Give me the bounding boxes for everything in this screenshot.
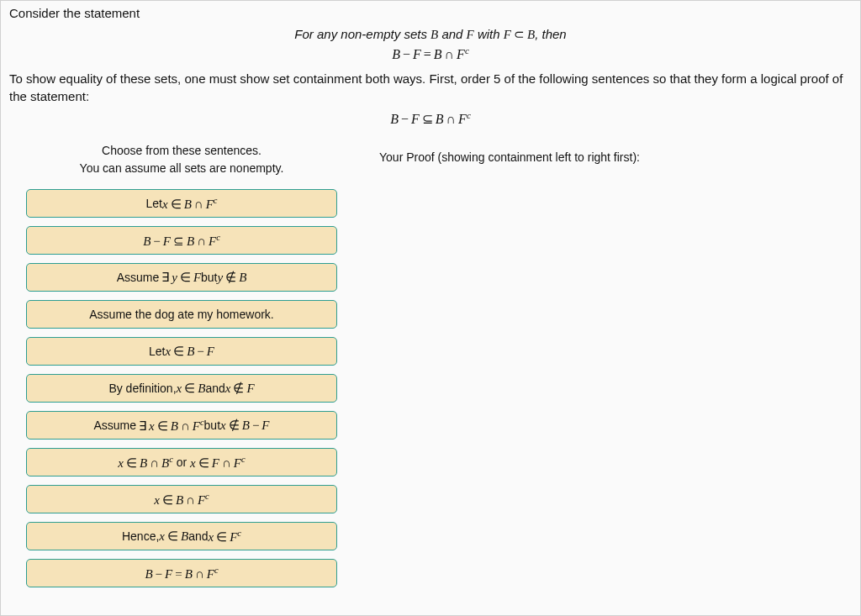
statement-mid2: with: [474, 27, 504, 41]
sentence-tile-hence-xinB-xinFc[interactable]: Hence, x∈B and x∈Fc: [26, 522, 337, 550]
two-column-area: Choose from these sentences. You can ass…: [9, 142, 852, 596]
sentence-tile-bydef-xinB-xnotinF[interactable]: By definition, x∈B and x∉F: [26, 374, 337, 403]
instructions: To show equality of these sets, one must…: [9, 71, 852, 105]
sentence-tile-let-x-in-BminusF[interactable]: Let x∈B−F: [26, 337, 337, 366]
sentence-tile-x-in-BcapBc-or-FcapFc[interactable]: x∈B∩Bc or x∈F∩Fc: [26, 448, 337, 476]
statement-mid1: and: [438, 27, 466, 41]
sym-F: F: [467, 28, 474, 41]
proof-drop-area[interactable]: [379, 176, 843, 529]
target-containment: B−F⊆B∩Fc: [9, 110, 852, 127]
sym-B: B: [430, 28, 438, 41]
sentence-tile-x-in-BcapFc[interactable]: x∈B∩Fc: [26, 485, 337, 513]
exercise-panel: Consider the statement For any non-empty…: [0, 0, 861, 616]
statement-line: For any non-empty sets B and F with F⊂B,…: [9, 27, 852, 42]
intro-text: Consider the statement: [9, 6, 852, 20]
sentence-tile-BminusF-eq-BcapFc[interactable]: B−F=B∩Fc: [26, 559, 337, 587]
statement-prefix: For any non-empty sets: [294, 27, 430, 41]
source-column: Choose from these sentences. You can ass…: [9, 142, 346, 596]
sentence-tile-assume-y-in-F-notin-B[interactable]: Assume ∃y∈F but y∉B: [26, 263, 337, 292]
sentence-tile-BminusF-subset-BcapFc[interactable]: B−F⊆B∩Fc: [26, 226, 337, 255]
statement-suffix: , then: [535, 27, 567, 41]
source-heading: Choose from these sentences. You can ass…: [26, 142, 337, 177]
sentence-tile-dog-homework[interactable]: Assume the dog ate my homework.: [26, 300, 337, 329]
main-equation: B−F=B∩Fc: [9, 45, 852, 62]
sentence-tile-let-x-in-B-cap-Fc[interactable]: Let x∈B∩Fc: [26, 189, 337, 218]
proof-heading: Your Proof (showing containment left to …: [379, 150, 843, 164]
subset-expr: F⊂B: [504, 28, 535, 41]
sentence-tile-assume-x-in-BcapFc-notin-BminusF[interactable]: Assume ∃x∈B∩Fc but x∉B−F: [26, 411, 337, 440]
proof-column: Your Proof (showing containment left to …: [346, 142, 852, 529]
